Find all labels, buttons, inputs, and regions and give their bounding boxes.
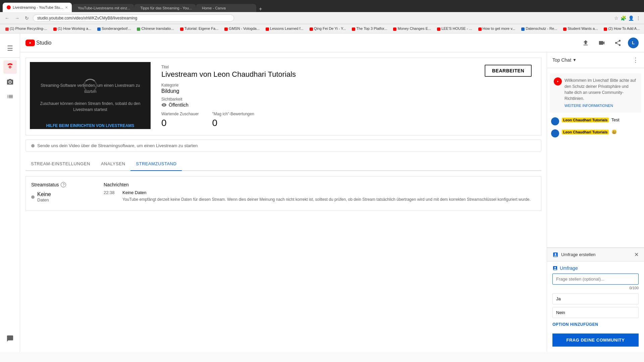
- bookmark-phone[interactable]: (1) Phone Recycling-...: [3, 26, 50, 31]
- bookmark-gmsn[interactable]: GMSN - Vologda...: [222, 26, 262, 31]
- app-container: ☰: [0, 34, 644, 352]
- poll-option-2: Nein: [552, 307, 639, 318]
- poll-question-input[interactable]: [552, 274, 639, 285]
- frag-community-button[interactable]: FRAG DEINE COMMUNITY: [552, 334, 639, 347]
- tab-label-yt2: YouTube-Livestreams mit einz...: [78, 6, 130, 10]
- bookmarks-bar: (1) Phone Recycling-... (1) How Working …: [0, 24, 644, 34]
- back-button[interactable]: ←: [3, 15, 11, 21]
- tab-tipps[interactable]: Tipps für das Streaming - You...: [134, 4, 196, 12]
- yt-logo-text: Studio: [36, 40, 51, 46]
- category-label: Kategorie: [161, 83, 296, 87]
- bookmark-how2[interactable]: How to get more v...: [476, 26, 518, 31]
- extension-icon[interactable]: 🧩: [621, 15, 626, 21]
- likes-count: 0: [212, 118, 254, 128]
- chat-message-2: Leon Chaudhari Tutorials 😃: [547, 127, 644, 139]
- bookmark-icon[interactable]: ☆: [614, 15, 619, 21]
- chat-text-1: Test: [611, 117, 620, 122]
- tab-stream-einstellungen[interactable]: STREAM-EINSTELLUNGEN: [25, 157, 96, 171]
- bookmark-datenschutz[interactable]: Datenschutz - Re...: [519, 26, 560, 31]
- yt-system-icon: [554, 77, 562, 85]
- message-time: 22:38: [104, 190, 117, 202]
- tab-close-0[interactable]: ✕: [65, 6, 68, 9]
- tab-youtube-livestreams[interactable]: YouTube-Livestreams mit einz...: [72, 4, 134, 12]
- learn-more-link[interactable]: WEITERE INFORMATIONEN: [565, 103, 637, 109]
- poll-section-label: Umfrage: [560, 265, 578, 271]
- address-bar[interactable]: [33, 14, 234, 22]
- waiting-count: 0: [161, 118, 199, 128]
- status-left: Streamstatus ? Keine Daten: [31, 182, 98, 205]
- user-avatar[interactable]: L: [628, 38, 639, 48]
- bookmark-lee[interactable]: LEE'S HOUSE - ...: [434, 26, 475, 31]
- hamburger-btn[interactable]: ☰: [0, 39, 20, 58]
- bookmark-how[interactable]: (1) How Working a...: [51, 26, 94, 31]
- help-link[interactable]: HILFE BEIM EINRICHTEN VON LIVESTREAMS: [37, 123, 144, 129]
- system-msg-text: Willkommen im Livechat! Bitte achte auf …: [565, 77, 637, 102]
- svg-point-0: [9, 81, 11, 83]
- chat-messages-area: Willkommen im Livechat! Bitte achte auf …: [547, 68, 644, 247]
- stream-category: Bildung: [161, 88, 296, 94]
- video-upload-btn[interactable]: [580, 37, 592, 49]
- hamburger-icon: ☰: [7, 44, 13, 52]
- tab-streamzustand[interactable]: STREAMZUSTAND: [130, 157, 182, 171]
- live-btn[interactable]: [596, 37, 608, 49]
- title-label: Titel: [161, 65, 296, 69]
- tab-analysen[interactable]: ANALYSEN: [96, 157, 130, 171]
- chat-text-2: 😃: [611, 129, 617, 134]
- bookmark-qing[interactable]: Qing Fei De Yi - Y...: [307, 26, 349, 31]
- refresh-button[interactable]: ↻: [23, 15, 30, 21]
- new-tab-button[interactable]: +: [256, 6, 265, 12]
- messages-title: Nachrichten: [104, 182, 536, 187]
- feedback-icon: [6, 335, 14, 342]
- stream-status-content: Streamstatus ? Keine Daten: [25, 176, 541, 211]
- edit-button[interactable]: BEARBEITEN: [485, 65, 532, 77]
- stream-stats: Wartende Zuschauer 0 "Mag ich"-Bewertung…: [161, 112, 296, 128]
- browser-toolbar: ← → ↻ ☆ 🧩 👤 ⋮: [0, 12, 644, 24]
- streamstatus-title: Streamstatus ?: [31, 182, 98, 187]
- tab-livestreaming[interactable]: Livestreaming - YouTube Stu... ✕: [3, 3, 72, 12]
- yt-logo-icon: [25, 40, 35, 46]
- bookmark-money[interactable]: Money Changes E...: [390, 26, 434, 31]
- yt-play-icon: [28, 41, 33, 45]
- message-row: 22:38 Keine Daten YouTube empfängt derze…: [104, 190, 536, 202]
- info-icon-status[interactable]: ?: [61, 182, 66, 187]
- sidebar-icon-list[interactable]: [3, 90, 17, 103]
- tabs-bar: STREAM-EINSTELLUNGEN ANALYSEN STREAMZUST…: [25, 157, 541, 171]
- chat-title[interactable]: Top Chat ▼: [552, 57, 577, 63]
- sidebar-icon-broadcast[interactable]: [3, 60, 17, 74]
- messages-section: Nachrichten 22:38 Keine Daten YouTube em…: [104, 182, 536, 205]
- profile-icon[interactable]: 👤: [628, 15, 634, 21]
- yt-logo: Studio: [25, 40, 51, 46]
- message-title: Keine Daten: [122, 190, 531, 195]
- tab-canva[interactable]: Home - Canva: [196, 4, 256, 12]
- poll-section-title: Umfrage: [552, 265, 639, 271]
- chevron-down-icon: ▼: [573, 58, 577, 62]
- bookmark-student[interactable]: Student Wants a...: [560, 26, 600, 31]
- poll-submit-area: FRAG DEINE COMMUNITY: [547, 332, 644, 352]
- sidebar-icon-camera[interactable]: [3, 75, 17, 88]
- poll-close-button[interactable]: ✕: [634, 251, 639, 258]
- share-btn[interactable]: [612, 37, 624, 49]
- status-name-line1: Keine: [37, 191, 51, 197]
- yt-play-small-icon: [556, 80, 560, 83]
- bookmark-add[interactable]: (2) How To Add A...: [601, 26, 642, 31]
- bookmark-sonder[interactable]: Sonderangebot!...: [95, 26, 133, 31]
- menu-icon[interactable]: ⋮: [636, 15, 641, 21]
- tab-label-livestreaming: Livestreaming - YouTube Stu...: [13, 5, 63, 9]
- bookmark-tutorial[interactable]: Tutorial: Eigene Fa...: [177, 26, 221, 31]
- system-msg-content: Willkommen im Livechat! Bitte achte auf …: [565, 77, 637, 109]
- forward-button[interactable]: →: [13, 15, 21, 21]
- add-option-button[interactable]: OPTION HINZUFÜGEN: [552, 321, 598, 328]
- poll-counter: 0/100: [552, 286, 639, 290]
- bookmark-chinese[interactable]: Chinese translatio...: [134, 26, 176, 31]
- sidebar-icon-feedback[interactable]: [3, 332, 17, 345]
- chat-options-icon[interactable]: ⋮: [633, 56, 639, 64]
- list-icon: [6, 93, 14, 100]
- poll-panel: Umfrage erstellen ✕ Umfrage 0/100 Ja: [547, 247, 644, 352]
- broadcast-icon: [6, 63, 14, 71]
- bookmark-top3[interactable]: The Top 3 Platfor...: [349, 26, 390, 31]
- likes-stat: "Mag ich"-Bewertungen 0: [212, 112, 254, 128]
- stream-title: Livestream von Leon Chaudhari Tutorials: [161, 70, 296, 79]
- status-dot: [31, 144, 35, 147]
- chat-title-text: Top Chat: [552, 57, 571, 63]
- bookmark-lessons[interactable]: Lessons Learned f...: [263, 26, 306, 31]
